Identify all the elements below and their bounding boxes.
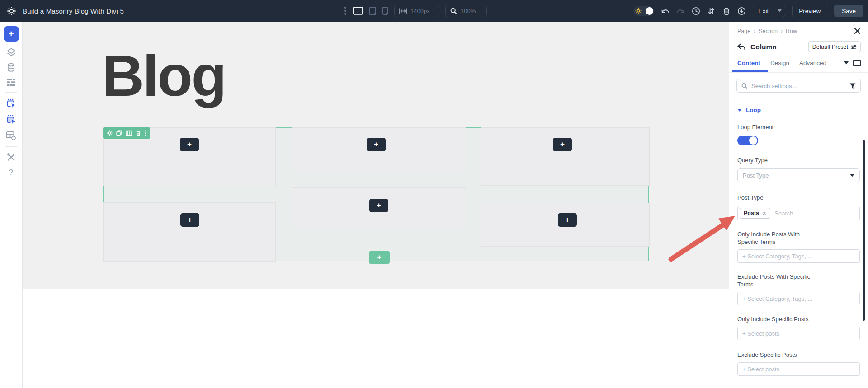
width-arrows-icon [399,8,407,14]
masonry-box[interactable] [481,127,650,186]
breadcrumb-row[interactable]: Row [786,28,797,34]
loop-element-toggle[interactable] [737,136,758,145]
row-duplicate-icon[interactable] [116,130,122,136]
post-type-label: Post Type [737,194,860,201]
redo-icon[interactable] [676,7,685,15]
panel-divider [729,100,868,100]
add-module-button[interactable]: + [180,213,199,227]
exit-button[interactable]: Exit [753,5,786,17]
section-caret-down-icon [737,109,742,112]
loop-section-title: Loop [746,107,761,113]
help-icon[interactable]: ? [9,168,13,177]
row-columns-icon[interactable] [126,130,132,136]
select-module-icon[interactable] [6,98,16,109]
tab-design[interactable]: Design [770,60,789,66]
add-row-button[interactable]: + [369,251,390,264]
exclude-posts-label: Exclude Specific Posts [737,351,860,359]
masonry-box[interactable] [103,202,276,262]
query-type-value: Post Type [743,172,769,179]
breadcrumb-page[interactable]: Page [737,28,750,34]
tools-icon[interactable] [7,153,16,162]
chip-label: Posts [744,210,759,216]
preview-button[interactable]: Preview [792,5,827,17]
module-library-icon[interactable] [6,131,16,140]
row-trash-icon[interactable] [136,130,141,136]
canvas-zoom-input[interactable] [461,8,479,14]
panel-scrollbar-thumb[interactable] [863,140,865,321]
database-icon[interactable] [6,63,16,72]
loop-section: Loop Loop Element Query Type Post Type P… [729,107,868,376]
sort-arrows-icon[interactable] [707,7,716,15]
portability-download-icon[interactable] [737,7,746,15]
undo-icon[interactable] [661,7,670,15]
sun-icon [635,8,642,14]
include-terms-input-wrap [737,249,860,263]
exit-caret-icon[interactable] [774,9,785,12]
post-type-chip: Posts ✕ [740,208,770,219]
row-more-kebab-icon[interactable] [145,130,146,136]
filter-funnel-icon[interactable] [849,83,856,89]
settings-search [736,79,861,93]
back-arrow-icon[interactable] [737,43,745,50]
add-element-button[interactable]: + [4,26,19,42]
phone-view-icon[interactable] [382,7,388,15]
exclude-posts-input-wrap [737,362,860,376]
canvas-width-input[interactable] [410,8,434,14]
toggle-knob [646,7,653,15]
chip-remove-icon[interactable]: ✕ [762,210,766,216]
breadcrumb-separator: › [781,28,783,34]
tabs-caret-down-icon[interactable] [844,61,849,65]
post-type-input[interactable]: Posts ✕ [737,206,860,220]
layers-icon[interactable] [6,47,16,57]
add-module-button[interactable]: + [369,199,388,212]
desktop-view-icon[interactable] [353,7,363,15]
panel-tabs: Content Design Advanced [737,60,861,66]
light-dark-mode-toggle[interactable] [633,6,654,16]
settings-panel: Page › Section › Row Column Default Pres… [729,22,868,388]
settings-search-input[interactable] [751,83,846,89]
tab-content[interactable]: Content [737,60,760,66]
blog-heading[interactable]: Blog [102,40,225,112]
toggle-knob [749,136,757,145]
wireframe-rows-icon[interactable] [6,78,16,86]
more-options-kebab-icon[interactable] [344,7,346,15]
include-terms-label: Only Include Posts With Specific Terms [737,230,814,246]
exclude-posts-input[interactable] [742,366,855,373]
add-module-button[interactable]: + [553,138,572,151]
exit-label: Exit [753,8,774,14]
breadcrumb-separator: › [754,28,755,34]
query-type-select[interactable]: Post Type [737,168,860,182]
tablet-view-icon[interactable] [369,7,376,15]
builder-settings-gear-icon[interactable] [0,6,23,16]
exclude-terms-input[interactable] [742,295,855,302]
tab-advanced[interactable]: Advanced [799,60,826,66]
top-bar: Build a Masonry Blog With Divi 5 [0,0,868,22]
include-posts-label: Only Include Specific Posts [737,315,860,323]
active-tab-underline [732,70,768,72]
topbar-viewport-controls [344,0,487,22]
row-action-toolbar [103,127,150,139]
breadcrumb: Page › Section › Row [729,22,868,34]
select-multiple-icon[interactable] [6,115,16,125]
canvas-width-field [394,5,439,17]
exclude-terms-label: Exclude Posts With Specific Terms [737,273,823,288]
add-module-button[interactable]: + [367,138,386,151]
include-terms-input[interactable] [742,253,855,260]
element-title: Column [750,43,777,51]
include-posts-input[interactable] [742,330,855,337]
post-type-search-input[interactable] [774,210,858,217]
default-preset-label: Default Preset [812,44,848,50]
breadcrumb-section[interactable]: Section [759,28,778,34]
loop-section-header[interactable]: Loop [737,107,860,113]
default-preset-button[interactable]: Default Preset [808,41,861,52]
save-button[interactable]: Save [834,5,863,17]
page-title: Build a Masonry Blog With Divi 5 [23,7,124,15]
add-module-button[interactable]: + [180,138,199,151]
zoom-magnifier-icon [450,8,457,14]
row-settings-gear-icon[interactable] [107,130,113,136]
close-panel-icon[interactable] [854,28,861,34]
history-clock-icon[interactable] [692,7,700,15]
trash-icon[interactable] [722,7,731,15]
add-module-button[interactable]: + [558,213,577,227]
preview-toggle-square-icon[interactable] [853,60,861,66]
